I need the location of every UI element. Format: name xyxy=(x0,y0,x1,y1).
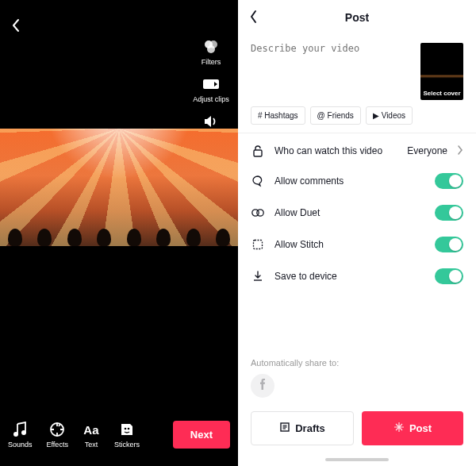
drafts-button[interactable]: Drafts xyxy=(251,411,354,445)
privacy-label: Who can watch this video xyxy=(274,145,397,156)
stitch-row: Allow Stitch xyxy=(238,229,476,260)
stickers-icon xyxy=(118,421,136,438)
save-row: Save to device xyxy=(238,260,476,292)
edit-screen: Filters Adjust clips Voice effects Voice… xyxy=(0,0,238,466)
sounds-tool[interactable]: Sounds xyxy=(8,421,33,449)
save-toggle[interactable] xyxy=(435,268,463,284)
filters-tool[interactable]: Filters xyxy=(202,38,221,66)
effects-icon xyxy=(48,421,66,438)
adjust-clips-tool[interactable]: Adjust clips xyxy=(193,75,229,103)
facebook-icon xyxy=(256,378,269,394)
svg-point-19 xyxy=(257,210,263,216)
video-frame-image xyxy=(0,129,238,246)
duet-toggle[interactable] xyxy=(435,205,463,221)
comments-toggle[interactable] xyxy=(435,173,463,189)
friends-chip[interactable]: @ Friends xyxy=(310,106,361,125)
post-button[interactable]: Post xyxy=(362,411,463,445)
share-label: Automatically share to: xyxy=(251,358,463,368)
drafts-label: Drafts xyxy=(295,422,325,434)
share-section: Automatically share to: xyxy=(251,358,463,398)
back-button[interactable] xyxy=(11,17,22,37)
filters-icon xyxy=(202,38,220,56)
stitch-label: Allow Stitch xyxy=(274,239,425,250)
chevron-left-icon xyxy=(249,13,259,26)
filters-label: Filters xyxy=(202,58,221,66)
voice-effects-icon xyxy=(202,113,220,130)
effects-label: Effects xyxy=(47,441,68,449)
text-tool[interactable]: Aa Text xyxy=(83,421,100,449)
videos-chip[interactable]: ▶ Videos xyxy=(366,106,413,125)
chip-row: # Hashtags @ Friends ▶ Videos xyxy=(238,106,476,133)
chevron-left-icon xyxy=(11,22,22,36)
text-label: Text xyxy=(85,441,98,449)
chevron-right-icon xyxy=(457,145,463,157)
post-label: Post xyxy=(409,422,432,434)
drafts-icon xyxy=(279,422,290,435)
svg-rect-20 xyxy=(254,241,263,249)
post-icon xyxy=(393,422,405,435)
video-preview[interactable] xyxy=(0,129,238,246)
lock-icon xyxy=(251,144,265,157)
next-button[interactable]: Next xyxy=(173,421,230,449)
privacy-value: Everyone xyxy=(407,145,447,156)
svg-rect-17 xyxy=(254,150,262,156)
home-indicator xyxy=(325,458,389,461)
crowd-silhouette xyxy=(0,222,238,246)
duet-icon xyxy=(251,207,265,218)
privacy-row[interactable]: Who can watch this video Everyone xyxy=(238,137,476,165)
stitch-icon xyxy=(251,239,265,250)
sounds-label: Sounds xyxy=(8,441,33,449)
description-input[interactable] xyxy=(251,43,413,91)
svg-point-2 xyxy=(207,45,215,53)
page-title: Post xyxy=(345,11,369,24)
text-icon: Aa xyxy=(83,421,100,438)
save-label: Save to device xyxy=(274,271,425,282)
effects-tool[interactable]: Effects xyxy=(47,421,68,449)
duet-row: Allow Duet xyxy=(238,197,476,229)
adjust-clips-icon xyxy=(202,75,220,93)
comment-icon xyxy=(251,175,265,187)
post-screen: Post Select cover # Hashtags @ Friends ▶… xyxy=(238,0,476,466)
svg-point-12 xyxy=(21,430,26,435)
post-header: Post xyxy=(238,0,476,35)
cover-label: Select cover xyxy=(423,90,460,100)
settings-list: Who can watch this video Everyone Allow … xyxy=(238,133,476,295)
hashtags-chip[interactable]: # Hashtags xyxy=(251,106,305,125)
download-icon xyxy=(251,270,265,283)
bottom-toolbar: Sounds Effects Aa Text Stickers Next xyxy=(8,421,230,449)
comments-row: Allow comments xyxy=(238,165,476,197)
svg-point-15 xyxy=(125,428,127,430)
stickers-tool[interactable]: Stickers xyxy=(114,421,140,449)
compose-area: Select cover xyxy=(238,35,476,106)
stickers-label: Stickers xyxy=(114,441,140,449)
share-facebook[interactable] xyxy=(251,374,274,398)
bottom-actions: Drafts Post xyxy=(251,411,463,445)
duet-label: Allow Duet xyxy=(274,207,425,218)
comments-label: Allow comments xyxy=(274,175,425,187)
svg-point-16 xyxy=(128,428,130,430)
back-button[interactable] xyxy=(249,10,259,27)
cover-selector[interactable]: Select cover xyxy=(420,43,463,100)
stitch-toggle[interactable] xyxy=(435,237,463,252)
music-note-icon xyxy=(11,421,29,438)
adjust-clips-label: Adjust clips xyxy=(193,95,229,103)
